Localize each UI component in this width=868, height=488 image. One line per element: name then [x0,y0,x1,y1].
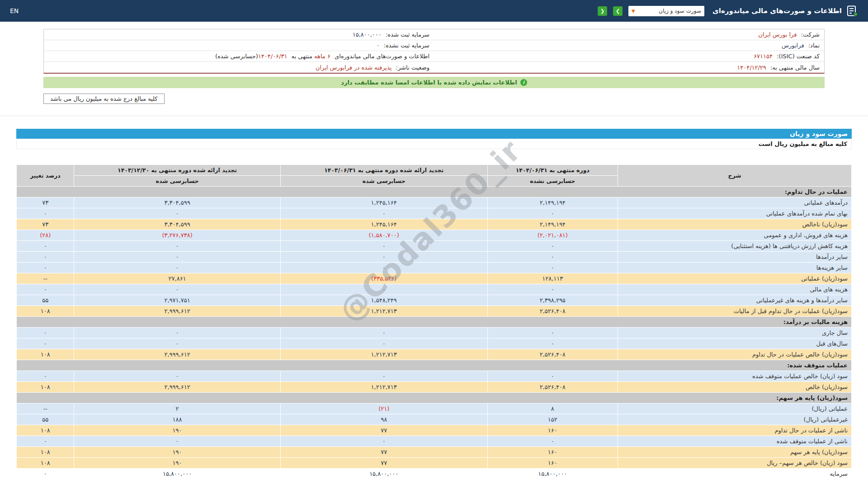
row-value-current: ۲,۵۲۶,۴۰۸ [487,306,618,317]
fiscal-year-value: ۱۴۰۴/۱۲/۲۹ [737,64,766,71]
section-label: هزینه مالیات بر درآمد: [17,317,852,328]
row-label: سود(زیان) عملیاتی [618,273,851,284]
row-value-prior-period: ۱,۲۱۲,۷۱۳ [280,306,487,317]
row-label: سود (زیان) خالص عملیات متوقف شده [618,371,851,382]
row-value-prior-period: ۱,۲۱۲,۷۱۳ [280,349,487,360]
row-percent-change: ۱۰۸ [17,447,74,458]
row-value-current: ۰ [487,284,618,295]
company-name-value[interactable]: فرا بورس ایران [758,31,797,38]
section-label: عملیات در حال تداوم: [17,187,852,197]
row-value-prior-year: ۱۹۰ [74,458,280,469]
row-value-current: ۱۶۰ [487,447,618,458]
company-info-row: شرکت: فرا بورس ایران سرمایه ثبت شده: ۱۵,… [44,29,824,40]
report-select-value: صورت سود و زیان [659,8,701,14]
company-cell: شرکت: فرا بورس ایران [434,31,824,38]
row-percent-change: ۰ [17,371,74,382]
column-header-description: شرح [618,165,851,187]
company-label: شرکت: [801,31,820,38]
row-value-prior-year: ۲ [74,404,280,414]
report-period-date: ۱۴۰۴/۰۶/۳۱ [258,53,288,60]
row-percent-change: ۵۵ [17,414,74,425]
unregistered-capital-value: ۰ [376,42,379,49]
row-label: هزینه های مالی [618,284,851,295]
row-value-prior-year: ۱۹۰ [74,447,280,458]
table-row: ناشی از عملیات در حال تداوم ۱۶۰ ۷۷ ۱۹۰ ۱… [17,425,852,436]
row-value-prior-period: ۱۵,۸۰۰,۰۰۰ [280,469,487,479]
top-navigation-bar: اطلاعات و صورت‌های مالی میاندوره‌ای صورت… [0,0,868,22]
column-header-period-prior: تجدید ارائه شده دوره منتهی به ۱۴۰۳/۰۶/۳۱ [280,165,487,176]
table-row: سال جاری ۰ ۰ ۰ ۰ [17,328,852,338]
row-value-prior-year: ۰ [74,208,280,219]
table-row: سود(زیان) خالص عملیات در حال تداوم ۲,۵۲۶… [17,349,852,360]
row-value-prior-period: ۰ [280,284,487,295]
company-info-row: سال مالی منتهی به: ۱۴۰۴/۱۲/۲۹ وضعیت ناشر… [44,62,824,73]
table-row: هزینه های فروش، اداری و عمومی (۲,۰۲۱,۰۸۱… [17,230,852,241]
report-period-length: ۶ ماهه [314,53,330,60]
row-value-current: ۱۶۰ [487,458,618,469]
row-value-current: ۰ [487,328,618,338]
publisher-status-value: پذیرفته شده در فرابورس ایران [316,64,392,71]
table-row: بهای تمام شده درآمدهای عملیاتی ۰ ۰ ۰ ۰ [17,208,852,219]
row-label: سود (زیان) خالص هر سهم– ریال [618,458,851,469]
symbol-cell: نماد: فرابورس [434,42,824,49]
row-label: غیرعملیاتی (ریال) [618,414,851,425]
column-subheader-prior-audit: حسابرسی شده [280,176,487,187]
row-value-prior-period: ۱,۲۴۵,۱۶۴ [280,197,487,208]
row-value-prior-period: ۰ [280,338,487,349]
signature-match-banner: i اطلاعات نمایش داده شده با اطلاعات امضا… [43,77,825,88]
row-value-prior-period: (۲۱) [280,404,487,414]
statement-title-bar: صورت سود و زیان [16,129,852,139]
row-value-prior-year: ۰ [74,263,280,273]
row-label: سود(زیان) خالص [618,382,851,393]
report-type-select[interactable]: صورت سود و زیان ▼ [628,6,704,16]
row-value-prior-year: ۲۷,۸۶۱ [74,273,280,284]
row-value-prior-year: ۲,۹۹۹,۶۱۲ [74,382,280,393]
section-label: سود(زیان) پایه هر سهم: [17,393,852,404]
row-label: سود(زیان) ناخالص [618,219,851,230]
row-value-prior-year: ۳,۳۰۴,۵۹۹ [74,197,280,208]
symbol-value[interactable]: فرابورس [782,42,804,49]
row-label: ناشی از عملیات در حال تداوم [618,425,851,436]
row-percent-change: ۱۰۸ [17,425,74,436]
report-document-icon [846,5,858,17]
row-percent-change: ۷۳ [17,197,74,208]
row-percent-change: ۱۰۸ [17,349,74,360]
row-label: سود(زیان) خالص عملیات در حال تداوم [618,349,851,360]
table-row: غیرعملیاتی (ریال) ۱۵۲ ۹۸ ۱۸۸ ۵۵ [17,414,852,425]
publisher-status-cell: وضعیت ناشر: پذیرفته شده در فرابورس ایران [44,64,434,71]
row-value-prior-year: ۰ [74,436,280,447]
row-value-current: ۰ [487,371,618,382]
statement-unit-note: کلیه مبالغ به میلیون ریال است [16,139,852,149]
info-icon: i [520,79,527,86]
row-value-current: ۱۵۲ [487,414,618,425]
table-row: سود (زیان) خالص هر سهم– ریال ۱۶۰ ۷۷ ۱۹۰ … [17,458,852,469]
income-statement-body: عملیات در حال تداوم: درآمدهای عملیاتی ۲,… [17,187,852,479]
table-row: سود (زیان) خالص عملیات متوقف شده ۰ ۰ ۰ ۰ [17,371,852,382]
row-value-current: ۱۵,۸۰۰,۰۰۰ [487,469,618,479]
publisher-status-label: وضعیت ناشر: [396,64,429,71]
language-toggle[interactable]: EN [10,7,19,14]
table-header: شرح دوره منتهی به ۱۴۰۴/۰۶/۳۱ تجدید ارائه… [17,165,852,187]
row-label: هزینه های فروش، اداری و عمومی [618,230,851,241]
company-info-row: نماد: فرابورس سرمایه ثبت نشده: ۰ [44,40,824,51]
row-value-current: ۲,۵۲۶,۴۰۸ [487,382,618,393]
row-value-prior-period: ۷۷ [280,447,487,458]
row-value-current: ۲,۱۴۹,۱۹۴ [487,219,618,230]
chevron-down-icon: ▼ [632,9,635,14]
row-label: سرمایه [618,469,851,479]
table-row: هزینه های مالی ۰ ۰ ۰ ۰ [17,284,852,295]
row-value-prior-period: ۷۷ [280,425,487,436]
row-value-prior-period: ۹۸ [280,414,487,425]
column-header-period-annual: تجدید ارائه شده دوره منتهی به ۱۴۰۳/۱۲/۳۰ [74,165,280,176]
report-period-suffix: (حسابرسی شده) [215,53,258,60]
next-period-button[interactable]: ❯ [613,6,623,16]
row-value-prior-year: ۰ [74,284,280,295]
fiscal-year-cell: سال مالی منتهی به: ۱۴۰۴/۱۲/۲۹ [434,64,824,71]
previous-period-button[interactable]: ❮ [598,6,607,16]
registered-capital-value: ۱۵,۸۰۰,۰۰۰ [353,31,382,38]
row-percent-change: ۷۳ [17,219,74,230]
table-row: هزینه کاهش ارزش دریافتنی ها (هزینه استثن… [17,241,852,252]
report-period-mid: منتهی به [289,53,314,60]
section-header-row: عملیات در حال تداوم: [17,187,852,197]
row-value-current: ۰ [487,263,618,273]
